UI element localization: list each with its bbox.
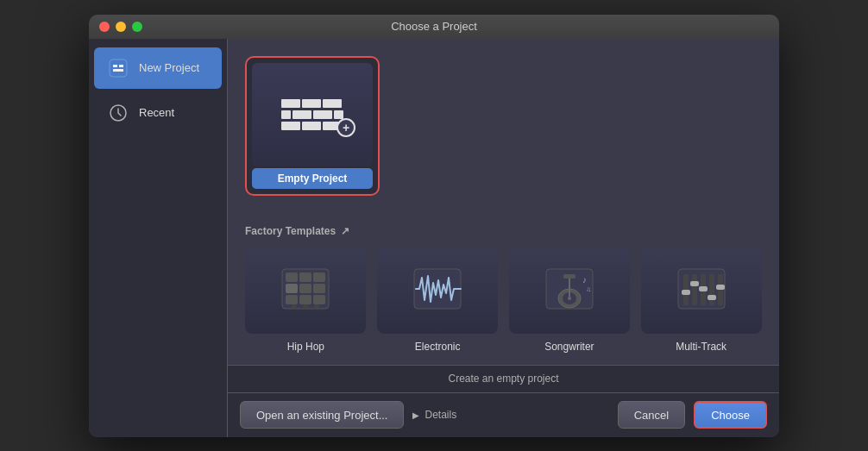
main-content: New Project Recent — [89, 39, 779, 437]
svg-point-22 — [568, 297, 571, 300]
svg-point-16 — [303, 304, 308, 310]
svg-rect-14 — [313, 295, 325, 304]
status-bar: Create an empty project — [228, 365, 779, 392]
template-hip-hop[interactable]: Hip Hop — [245, 247, 367, 353]
plus-icon: + — [337, 118, 355, 137]
sidebar-item-new-project[interactable]: New Project — [94, 47, 222, 89]
svg-rect-7 — [299, 272, 311, 282]
details-label: Details — [425, 409, 456, 421]
template-electronic[interactable]: Electronic — [377, 247, 499, 353]
svg-rect-1 — [113, 65, 117, 67]
svg-rect-11 — [313, 284, 325, 293]
hip-hop-icon — [275, 259, 336, 323]
svg-rect-36 — [708, 295, 716, 300]
template-grid: Hip Hop — [245, 247, 762, 353]
svg-rect-9 — [286, 284, 298, 293]
electronic-thumb — [377, 247, 498, 334]
open-existing-button[interactable]: Open an existing Project... — [240, 401, 404, 429]
recent-icon — [106, 101, 130, 125]
svg-rect-37 — [716, 285, 725, 290]
sidebar-item-recent[interactable]: Recent — [94, 92, 222, 134]
choose-button[interactable]: Choose — [694, 401, 767, 429]
songwriter-icon: ♪ ♫ — [539, 259, 600, 323]
app-window: Choose a Project New Project — [89, 15, 779, 437]
project-grid: + Empty Project Factory Templates ↗ — [228, 39, 779, 365]
svg-rect-33 — [682, 290, 690, 295]
songwriter-thumb: ♪ ♫ — [509, 247, 630, 334]
hip-hop-thumb — [245, 247, 366, 334]
titlebar: Choose a Project — [89, 15, 779, 39]
cursor-indicator: ↗ — [341, 225, 349, 237]
maximize-button[interactable] — [132, 22, 142, 32]
svg-rect-29 — [692, 274, 697, 305]
svg-rect-3 — [113, 69, 123, 72]
electronic-icon — [407, 259, 468, 323]
electronic-name: Electronic — [415, 341, 461, 353]
svg-rect-6 — [286, 272, 298, 282]
svg-rect-8 — [313, 272, 325, 282]
new-project-icon — [106, 56, 130, 80]
sidebar: New Project Recent — [89, 39, 227, 437]
sidebar-item-new-project-label: New Project — [139, 61, 199, 74]
template-songwriter[interactable]: ♪ ♫ Songwriter — [509, 247, 631, 353]
factory-templates-label: Factory Templates ↗ — [245, 225, 762, 237]
svg-rect-34 — [690, 281, 699, 286]
empty-project-inner: + — [252, 63, 373, 166]
svg-point-17 — [314, 304, 319, 310]
svg-rect-2 — [119, 65, 123, 67]
hip-hop-name: Hip Hop — [287, 341, 324, 353]
empty-project-section: + Empty Project — [245, 56, 762, 211]
details-row: ▶ Details — [412, 409, 608, 421]
svg-rect-24 — [563, 274, 576, 279]
bottom-bar: Open an existing Project... ▶ Details Ca… — [228, 392, 779, 437]
svg-text:♪: ♪ — [582, 275, 587, 285]
svg-rect-31 — [709, 274, 714, 305]
status-text: Create an empty project — [448, 373, 558, 385]
svg-rect-0 — [110, 60, 127, 77]
minimize-button[interactable] — [116, 22, 126, 32]
brick-icon: + — [281, 99, 343, 130]
sidebar-item-recent-label: Recent — [139, 106, 174, 119]
empty-project-label: Empty Project — [252, 168, 373, 189]
window-controls — [99, 22, 142, 32]
svg-rect-12 — [286, 295, 298, 304]
window-title: Choose a Project — [391, 20, 477, 33]
multitrack-icon — [671, 259, 732, 323]
content-area: + Empty Project Factory Templates ↗ — [228, 39, 779, 437]
songwriter-name: Songwriter — [544, 341, 594, 353]
multi-track-name: Multi-Track — [676, 341, 726, 353]
multi-track-thumb — [641, 247, 762, 334]
svg-text:♫: ♫ — [586, 285, 591, 293]
svg-rect-10 — [299, 284, 311, 293]
cancel-button[interactable]: Cancel — [618, 401, 685, 429]
close-button[interactable] — [99, 22, 110, 32]
svg-point-15 — [292, 304, 297, 310]
empty-project-card[interactable]: + Empty Project — [245, 56, 380, 196]
template-multi-track[interactable]: Multi-Track — [640, 247, 762, 353]
svg-rect-13 — [299, 295, 311, 304]
factory-templates-section: Factory Templates ↗ — [245, 225, 762, 353]
svg-rect-35 — [699, 286, 708, 291]
details-arrow-icon: ▶ — [412, 410, 419, 420]
